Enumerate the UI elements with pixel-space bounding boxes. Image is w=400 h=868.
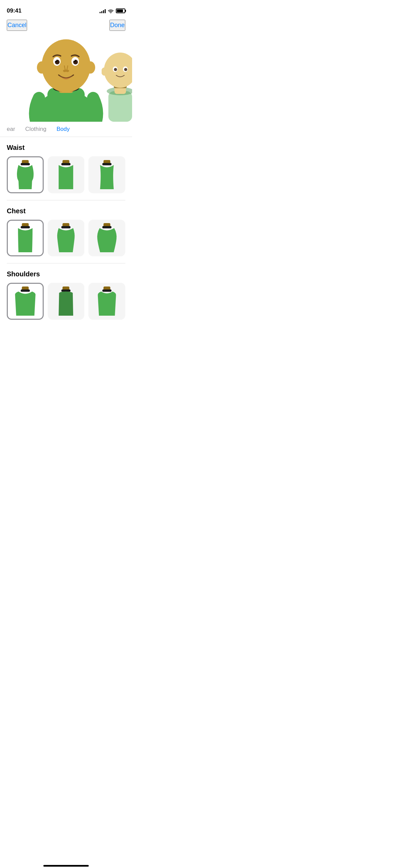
svg-point-7 — [37, 61, 46, 74]
status-icons — [100, 8, 125, 13]
status-time: 09:41 — [7, 7, 21, 14]
shoulders-title: Shoulders — [0, 270, 132, 283]
chest-option-1[interactable] — [7, 220, 44, 257]
svg-point-8 — [86, 61, 95, 74]
cancel-button[interactable]: Cancel — [7, 20, 27, 31]
battery-icon — [116, 8, 125, 13]
avatar-preview — [0, 34, 132, 122]
shoulders-section: Shoulders — [0, 263, 132, 327]
svg-point-29 — [124, 68, 127, 71]
tab-bar: ear Clothing Body — [0, 122, 132, 137]
waist-title: Waist — [0, 144, 132, 156]
tab-clothing[interactable]: Clothing — [25, 122, 46, 137]
wifi-icon — [108, 8, 114, 13]
svg-rect-19 — [108, 91, 132, 122]
done-button[interactable]: Done — [109, 20, 125, 31]
svg-rect-41 — [102, 226, 111, 229]
svg-point-18 — [66, 70, 69, 72]
shoulders-option-2[interactable] — [48, 283, 85, 320]
chest-option-3[interactable] — [88, 220, 125, 257]
svg-point-16 — [74, 60, 75, 61]
svg-rect-39 — [62, 226, 71, 229]
waist-options — [0, 156, 132, 200]
avatar-secondary — [102, 47, 132, 122]
waist-option-3[interactable] — [88, 156, 125, 193]
svg-point-28 — [114, 68, 117, 71]
svg-rect-35 — [102, 163, 111, 165]
chest-option-2[interactable] — [48, 220, 85, 257]
svg-point-0 — [110, 13, 111, 13]
svg-point-15 — [56, 60, 57, 61]
waist-option-2[interactable] — [48, 156, 85, 193]
chest-options — [0, 220, 132, 263]
svg-point-6 — [42, 39, 90, 92]
svg-point-23 — [104, 53, 132, 88]
waist-section: Waist — [0, 137, 132, 200]
shoulders-options — [0, 283, 132, 327]
shoulders-option-3[interactable] — [88, 283, 125, 320]
chest-section: Chest — [0, 200, 132, 263]
svg-rect-47 — [62, 290, 71, 292]
nav-bar: Cancel Done — [0, 17, 132, 34]
svg-point-42 — [100, 234, 107, 238]
svg-point-43 — [107, 234, 113, 238]
svg-rect-33 — [62, 163, 71, 165]
svg-rect-31 — [21, 163, 30, 165]
svg-rect-45 — [21, 290, 30, 292]
waist-option-1[interactable] — [7, 156, 44, 193]
tab-body[interactable]: Body — [57, 122, 70, 137]
tab-headwear[interactable]: ear — [7, 122, 15, 137]
svg-rect-37 — [21, 226, 30, 229]
chest-title: Chest — [0, 207, 132, 220]
signal-icon — [100, 8, 106, 13]
spacer — [0, 327, 132, 347]
svg-rect-49 — [102, 290, 111, 292]
status-bar: 09:41 — [0, 0, 132, 17]
shoulders-option-1[interactable] — [7, 283, 44, 320]
